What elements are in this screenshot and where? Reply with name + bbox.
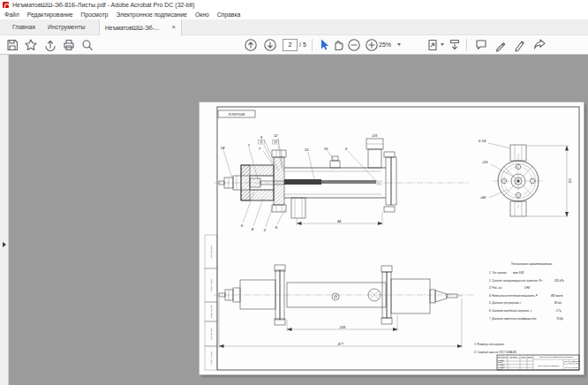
callout: 1 (248, 143, 250, 147)
fit-dropdown-caret-icon[interactable] (441, 43, 444, 46)
previous-page-button[interactable] (244, 38, 258, 52)
tb-row: Разраб. (498, 359, 505, 361)
share-file-button[interactable] (532, 38, 547, 52)
drawing-frame (217, 107, 579, 370)
pen-nib-icon (513, 38, 527, 52)
tab-close-icon[interactable]: × (172, 19, 176, 35)
tb-sheet: 2 (570, 362, 572, 364)
tech-row-label: 3. Раб. газ (489, 286, 502, 290)
drawing-notes: 1. Размеры для справок. 2. Сварные швы п… (473, 343, 517, 355)
side-stamp-label: Инв. № подл. (210, 245, 212, 259)
zoom-in-button[interactable] (365, 38, 379, 52)
tb-header: Подп. (521, 356, 526, 358)
tb-doc-title: Выпускная квалификационная работа (539, 356, 574, 358)
tech-row-value: 200 кПа (554, 279, 564, 283)
corner-stamp-text: ВКР.Эб-81Б.СБ (229, 112, 245, 116)
acrobat-window: { "window": {"title": "НеъматовШШ-Эб-81Б… (0, 0, 588, 385)
save-icon (5, 38, 19, 52)
tab-home[interactable]: Главная (7, 19, 41, 35)
tb-row: Пров. (498, 361, 503, 363)
dim-label: G 1/4 (479, 140, 486, 143)
callout: 12 (274, 133, 278, 138)
plus-circle-icon (365, 38, 379, 52)
printer-icon (62, 38, 76, 52)
hand-tool-button[interactable] (331, 38, 345, 52)
zoom-out-button[interactable] (347, 38, 361, 52)
highlight-button[interactable] (494, 38, 508, 52)
tech-row-value: 78 Дж (556, 317, 564, 321)
star-icon (24, 38, 38, 52)
page-number-input[interactable]: 2 (283, 39, 298, 51)
title-block: Изм. Лист № докум. Подп. Дата Разраб. Пр… (497, 355, 579, 370)
share-button[interactable] (43, 38, 57, 52)
select-tool-button[interactable] (317, 38, 331, 52)
tech-title: Техническая характеристика (511, 262, 553, 266)
callout: 11 (260, 140, 263, 144)
callout: 14 (221, 146, 225, 150)
dim-label: 477 (338, 343, 344, 346)
tech-row-label: 6. Частота колебаний скорости, v (489, 309, 532, 313)
dim-label: ∅16 (372, 134, 378, 138)
zoom-dropdown-caret-icon[interactable] (397, 43, 401, 46)
bottom-view: 228 477 (214, 265, 473, 348)
menu-edit[interactable]: Редактирование (27, 11, 73, 18)
tb-org: БНТУ гр. Эб-81Б (565, 366, 578, 368)
menu-view[interactable]: Просмотр (81, 11, 109, 18)
menu-file[interactable]: Файл (4, 11, 19, 18)
corner-stamp: ВКР.Эб-81Б.СБ (218, 110, 255, 117)
callout: 6 (275, 225, 278, 230)
upload-cloud-icon (43, 38, 57, 52)
pdf-page[interactable]: ВКР.Эб-81Б.СБ Инв. № подл. Подп. и дата … (200, 102, 584, 374)
tab-bar: Главная Инструменты НеъматовШШ-Эб-... × (0, 19, 588, 35)
callout: 9 (260, 135, 263, 140)
fill-sign-button[interactable] (513, 38, 527, 52)
callout: 2 (263, 228, 267, 232)
fit-width-button[interactable] (448, 38, 462, 52)
menu-help[interactable]: Справка (217, 11, 241, 18)
side-stamp-label: Инв. № дубл. (210, 328, 212, 340)
side-stamp-label: Подп. и дата (210, 278, 212, 291)
callout: 4 (252, 227, 254, 231)
menu-window[interactable]: Окно (195, 11, 209, 18)
arrow-down-circle-icon (263, 38, 277, 52)
side-stamps: Инв. № подл. Подп. и дата Взам. инв. № И… (205, 235, 217, 370)
tb-sheets: 5 (577, 362, 577, 364)
print-button[interactable] (62, 38, 76, 52)
navigation-pane-collapsed[interactable] (0, 55, 9, 385)
note-line: 1. Размеры для справок. (474, 343, 505, 346)
tab-document-label: НеъматовШШ-Эб-... (105, 25, 159, 31)
minus-circle-icon (347, 38, 361, 52)
favorite-button[interactable] (24, 38, 38, 52)
save-button[interactable] (5, 38, 19, 52)
side-stamp-label: Подп. и дата (210, 351, 212, 365)
tab-tools[interactable]: Инструменты (42, 19, 90, 35)
chevron-right-icon[interactable] (3, 242, 6, 247)
tech-row-label: 2. Среднее эксплуатационное давление, Рн (488, 279, 542, 283)
pencil-icon (494, 38, 508, 52)
tab-document[interactable]: НеъматовШШ-Эб-... × (99, 19, 182, 35)
search-button[interactable] (80, 38, 94, 52)
cursor-arrow-icon (317, 38, 331, 52)
tech-row-label: 5. Диапазон регулировки, t (489, 301, 521, 305)
tech-row-value: мет 5/92 (513, 271, 524, 275)
upper-view: 84 ∅16 14 1 7 9 11 12 10 13 (214, 133, 469, 232)
callout: 15 (324, 147, 328, 151)
toolbar-separator (466, 39, 467, 51)
toolbar-separator (312, 39, 313, 51)
callout: 5 (241, 223, 244, 228)
tb-header: Изм. (498, 356, 502, 358)
end-view: G 1/4 ∅16 ∅42 150 (479, 140, 572, 216)
callout: 7 (259, 147, 261, 151)
comment-button[interactable] (474, 38, 488, 52)
window-title: НеъматовШШ-Эб-81Б-Листы.pdf - Adobe Acro… (12, 0, 195, 10)
fit-page-button[interactable] (426, 38, 440, 52)
tech-row-value: 400 ккал/ч (551, 294, 563, 298)
tb-doc-name: Технический проект (538, 365, 559, 367)
zoom-level-dropdown[interactable]: 25% (379, 39, 391, 50)
tb-header: Дата (527, 356, 532, 358)
dim-label: 84 (337, 220, 341, 223)
main-toolbar: 2 / 5 25% (0, 35, 588, 55)
tech-row-value: СН4 (524, 286, 530, 290)
menu-esign[interactable]: Электронное подписание (117, 11, 187, 18)
next-page-button[interactable] (263, 38, 277, 52)
